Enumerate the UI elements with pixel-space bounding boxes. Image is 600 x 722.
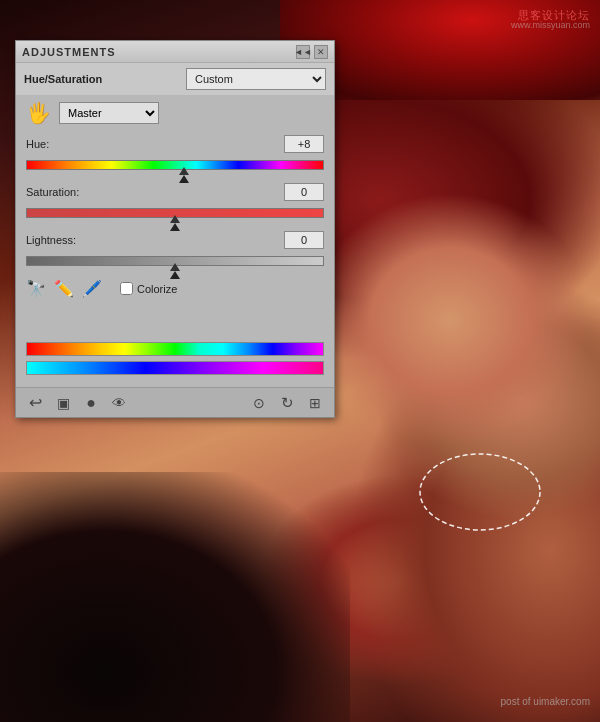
eyedropper-icon[interactable]: 🔭 — [26, 279, 46, 298]
panel-titlebar: ADJUSTMENTS ◄◄ ✕ — [16, 41, 334, 63]
toolbar-left: ↩ ▣ ● 👁 — [24, 392, 130, 414]
collapse-button[interactable]: ◄◄ — [296, 45, 310, 59]
eyedropper-plus-icon[interactable]: ✏️ — [54, 279, 74, 298]
hue-thumb[interactable] — [179, 167, 189, 177]
panel-toolbar: ↩ ▣ ● 👁 ⊙ ↻ ⊞ — [16, 387, 334, 417]
close-button[interactable]: ✕ — [314, 45, 328, 59]
hue-label-row: Hue: — [26, 135, 324, 153]
lightness-value[interactable] — [284, 231, 324, 249]
saturation-slider-container — [26, 203, 324, 223]
post-label: post of uimaker.com — [501, 696, 590, 707]
hand-tool-icon[interactable]: 🖐 — [26, 101, 51, 125]
hue-value[interactable] — [284, 135, 324, 153]
hs-header: Hue/Saturation Custom Default Cyanotypes… — [16, 63, 334, 95]
colorize-checkbox[interactable] — [120, 282, 133, 295]
lightness-label: Lightness: — [26, 234, 76, 246]
hs-label: Hue/Saturation — [24, 73, 102, 85]
colorize-group: Colorize — [120, 282, 177, 295]
saturation-value[interactable] — [284, 183, 324, 201]
svg-point-0 — [420, 454, 540, 530]
preset-select[interactable]: Custom Default Cyanotypes Old Style — [186, 68, 326, 90]
saturation-row: Saturation: — [26, 183, 324, 223]
toolbar-right: ⊙ ↻ ⊞ — [248, 392, 326, 414]
panel-title: ADJUSTMENTS — [22, 46, 116, 58]
tools-row: 🔭 ✏️ 🖊️ Colorize — [26, 279, 324, 298]
lips-selection-outline — [415, 447, 545, 537]
lightness-thumb[interactable] — [170, 263, 180, 273]
color-bars — [26, 336, 324, 381]
saturation-label-row: Saturation: — [26, 183, 324, 201]
rainbow-bar — [26, 342, 324, 356]
layers-button[interactable]: ⊞ — [304, 392, 326, 414]
lightness-label-row: Lightness: — [26, 231, 324, 249]
colorize-label: Colorize — [137, 283, 177, 295]
channel-select[interactable]: Master Reds Yellows Greens Cyans Blues M… — [59, 102, 159, 124]
hue-row: Hue: — [26, 135, 324, 175]
hue-track[interactable] — [26, 160, 324, 170]
spacer — [26, 306, 324, 326]
refresh-button[interactable]: ↻ — [276, 392, 298, 414]
panel-controls: ◄◄ ✕ — [296, 45, 328, 59]
hue-slider-container — [26, 155, 324, 175]
panel-content: 🖐 Master Reds Yellows Greens Cyans Blues… — [16, 95, 334, 387]
lightness-row: Lightness: — [26, 231, 324, 271]
eye-button[interactable]: 👁 — [108, 392, 130, 414]
saturation-label: Saturation: — [26, 186, 79, 198]
back-button[interactable]: ↩ — [24, 392, 46, 414]
adjustments-panel: ADJUSTMENTS ◄◄ ✕ Hue/Saturation Custom D… — [15, 40, 335, 418]
shifted-color-bar — [26, 361, 324, 375]
master-row: 🖐 Master Reds Yellows Greens Cyans Blues… — [26, 101, 324, 125]
watermark-subtext: www.missyuan.com — [511, 20, 590, 30]
selection-button[interactable]: ▣ — [52, 392, 74, 414]
saturation-thumb[interactable] — [170, 215, 180, 225]
orbit-button[interactable]: ⊙ — [248, 392, 270, 414]
eyedropper-minus-icon[interactable]: 🖊️ — [82, 279, 102, 298]
hue-label: Hue: — [26, 138, 49, 150]
circle-button[interactable]: ● — [80, 392, 102, 414]
lightness-slider-container — [26, 251, 324, 271]
